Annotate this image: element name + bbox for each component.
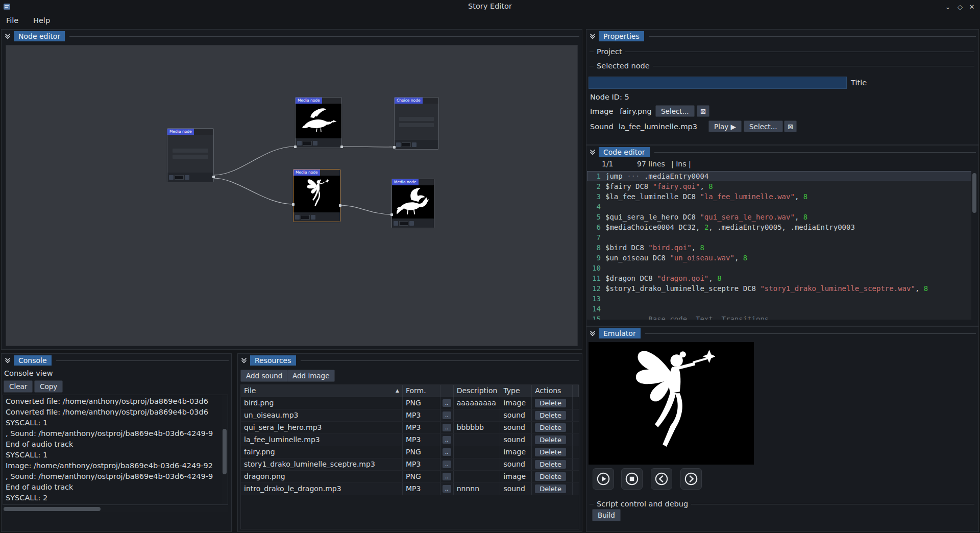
code-line[interactable]: 1jump ··· .mediaEntry0004 (587, 171, 972, 181)
clear-sound-button[interactable]: ⊠ (784, 120, 797, 132)
console-vscrollbar[interactable] (222, 395, 228, 504)
console-log-container[interactable]: Converted file: /home/anthony/ostproj/ba… (3, 395, 228, 505)
step-back-button[interactable] (651, 468, 672, 490)
resource-row[interactable]: un_oiseau.mp3MP3..soundDelete (241, 409, 579, 422)
delete-resource-button[interactable]: Delete (535, 423, 566, 432)
build-button[interactable]: Build (592, 509, 621, 521)
clear-image-button[interactable]: ⊠ (697, 105, 709, 117)
resource-row[interactable]: fairy.pngPNG..imageDelete (241, 446, 579, 458)
graph-node-media-fairy[interactable]: Media node (293, 169, 340, 222)
graph-node-media-bird[interactable]: Media node (295, 97, 342, 148)
column-header-description[interactable]: Description (454, 385, 501, 397)
resource-row[interactable]: la_fee_luminelle.mp3MP3..soundDelete (241, 434, 579, 446)
copy-console-button[interactable]: Copy (34, 380, 63, 393)
code-line[interactable]: 6$mediaChoice0004 DC32, 2, .mediaEntry00… (587, 222, 972, 232)
node-next-button[interactable] (313, 141, 317, 146)
node-field[interactable] (399, 123, 433, 127)
node-output-port[interactable] (340, 146, 343, 148)
edit-description-button[interactable]: .. (443, 424, 451, 431)
node-input-port[interactable] (294, 146, 297, 148)
node-field[interactable] (173, 149, 208, 153)
code-line[interactable]: 9$un_oiseau DC8 "un_oiseau.wav", 8 (587, 253, 972, 263)
play-button[interactable] (593, 468, 614, 490)
node-next-button[interactable] (409, 221, 414, 226)
column-header-actions[interactable]: Actions (532, 385, 573, 397)
graph-node-choice[interactable]: Choice node (394, 97, 439, 150)
resource-row[interactable]: bird.pngPNG..aaaaaaaaaimageDelete (241, 397, 579, 409)
edit-description-button[interactable]: .. (443, 436, 451, 444)
node-next-button[interactable] (311, 215, 315, 220)
code-line[interactable]: 3$la_fee_luminelle DC8 "la_fee_luminelle… (587, 191, 972, 202)
node-input-port[interactable] (292, 203, 295, 206)
console-hscrollbar-thumb[interactable] (4, 507, 101, 511)
step-forward-button[interactable] (680, 468, 702, 490)
select-sound-button[interactable]: Select... (744, 120, 783, 132)
code-line[interactable]: 2$fairy DC8 "fairy.qoi", 8 (587, 181, 972, 191)
delete-resource-button[interactable]: Delete (535, 472, 566, 481)
node-prev-button[interactable] (295, 215, 300, 220)
node-field[interactable] (399, 117, 433, 121)
collapse-panel-icon[interactable] (589, 330, 596, 337)
delete-resource-button[interactable]: Delete (535, 411, 566, 420)
column-header-format[interactable]: Form. (403, 385, 440, 397)
collapse-panel-icon[interactable] (4, 357, 11, 364)
minimize-button[interactable]: ⌄ (942, 2, 953, 12)
delete-resource-button[interactable]: Delete (535, 484, 566, 493)
delete-resource-button[interactable]: Delete (535, 460, 566, 469)
edit-description-button[interactable]: .. (443, 461, 451, 468)
code-line[interactable]: 8$bird DC8 "bird.qoi", 8 (587, 243, 972, 253)
graph-node-media-dragon[interactable]: Media node (391, 179, 434, 228)
node-prev-button[interactable] (394, 221, 398, 226)
code-line[interactable]: 14 (587, 304, 972, 314)
add-image-button[interactable]: Add image (287, 370, 335, 382)
delete-resource-button[interactable]: Delete (535, 448, 566, 456)
code-lines[interactable]: 1jump ··· .mediaEntry00042$fairy DC8 "fa… (587, 171, 972, 320)
code-line[interactable]: 4 (587, 202, 972, 212)
code-line[interactable]: 5$qui_sera_le_hero DC8 "qui_sera_le_hero… (587, 212, 972, 222)
edit-description-button[interactable]: .. (443, 411, 451, 419)
node-output-port[interactable] (339, 204, 341, 207)
node-field[interactable] (173, 155, 208, 159)
clear-console-button[interactable]: Clear (4, 380, 33, 393)
node-prev-button[interactable] (396, 142, 401, 147)
code-scrollbar-thumb[interactable] (972, 173, 976, 213)
collapse-panel-icon[interactable] (240, 357, 248, 364)
node-next-button[interactable] (412, 142, 416, 147)
edit-description-button[interactable]: .. (443, 399, 451, 407)
graph-node-media-1[interactable]: Media node (167, 128, 214, 182)
delete-resource-button[interactable]: Delete (535, 435, 566, 444)
node-input-port[interactable] (393, 146, 396, 149)
console-vscrollbar-thumb[interactable] (223, 429, 227, 474)
collapse-panel-icon[interactable] (4, 33, 11, 40)
title-bar[interactable]: Story Editor ⌄ ◇ ✕ (0, 0, 980, 14)
edit-description-button[interactable]: .. (443, 473, 451, 480)
resource-row[interactable]: qui_sera_le_hero.mp3MP3..bbbbbbsoundDele… (241, 422, 579, 434)
stop-button[interactable] (621, 468, 643, 490)
menu-help[interactable]: Help (27, 14, 56, 27)
code-line[interactable]: 10 (587, 263, 972, 273)
node-canvas[interactable]: Media node Media node (6, 45, 578, 346)
node-output-port[interactable] (212, 176, 215, 178)
node-title-input[interactable] (589, 77, 847, 89)
add-sound-button[interactable]: Add sound (240, 370, 288, 382)
node-prev-button[interactable] (169, 175, 174, 180)
node-prev-button[interactable] (297, 141, 302, 146)
edit-description-button[interactable]: .. (443, 485, 451, 493)
column-header-file[interactable]: File ▲ (241, 385, 403, 397)
delete-resource-button[interactable]: Delete (535, 399, 566, 407)
select-image-button[interactable]: Select... (655, 105, 695, 117)
resource-row[interactable]: story1_drako_luminelle_sceptre.mp3MP3..s… (241, 458, 579, 471)
code-line[interactable]: 12$story1_drako_luminelle_sceptre DC8 "s… (587, 283, 972, 294)
code-line[interactable]: 15 Base code. Text. Transitions (587, 314, 972, 320)
close-button[interactable]: ✕ (966, 2, 977, 12)
code-line[interactable]: 11$dragon DC8 "dragon.qoi", 8 (587, 273, 972, 283)
code-line[interactable]: 7 (587, 232, 972, 243)
node-input-port[interactable] (390, 213, 393, 216)
column-header-edit[interactable] (440, 385, 454, 397)
node-next-button[interactable] (185, 175, 189, 180)
resource-row[interactable]: dragon.pngPNG..imageDelete (241, 471, 579, 483)
code-line[interactable]: 13 (587, 294, 972, 304)
play-sound-button[interactable]: Play ▶ (708, 120, 742, 132)
maximize-button[interactable]: ◇ (954, 2, 966, 12)
column-header-type[interactable]: Type (500, 385, 532, 397)
